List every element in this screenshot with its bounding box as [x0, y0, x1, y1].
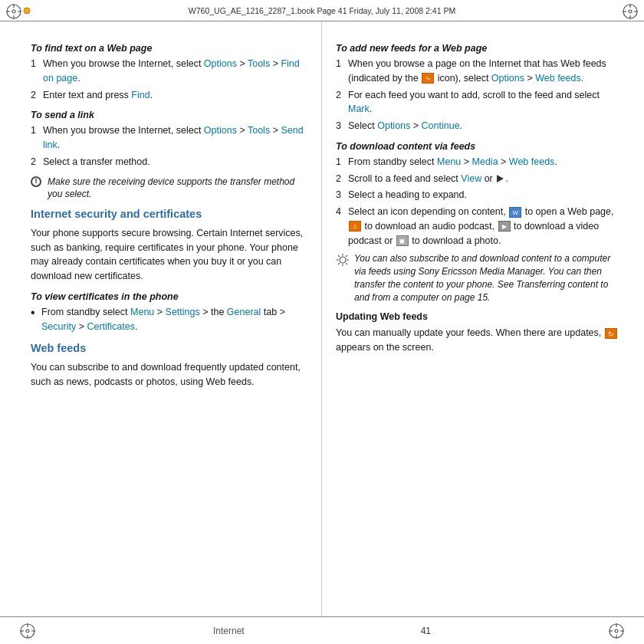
play-icon: [497, 175, 504, 182]
updating-feeds-heading: Updating Web feeds: [336, 311, 621, 322]
svg-line-19: [346, 263, 347, 264]
main-content: To find text on a Web page 1 When you br…: [0, 21, 644, 616]
note-text: Make sure the receiving device supports …: [48, 176, 307, 202]
item-text: Enter text and press Find.: [43, 88, 307, 103]
svg-point-23: [26, 629, 29, 632]
item-text: For each feed you want to add, scroll to…: [348, 88, 621, 117]
crosshair-bl-icon: [18, 622, 37, 640]
crosshair-br-icon: [607, 622, 626, 640]
send-link-list: 1 When you browse the Internet, select O…: [31, 123, 307, 169]
note-circle: !: [31, 176, 41, 187]
add-feeds-heading: To add new feeds for a Web page: [336, 43, 621, 54]
item-num: 2: [336, 172, 348, 186]
general-link: General: [227, 307, 261, 317]
add-feeds-item-1: 1 When you browse a page on the Internet…: [336, 57, 621, 86]
security-body: Your phone supports secure browsing. Cer…: [31, 226, 307, 284]
item-text: Select a transfer method.: [43, 155, 307, 169]
mark-link: Mark: [348, 104, 370, 114]
download-feeds-item-3: 3 Select a heading to expand.: [336, 188, 621, 202]
security-heading: Internet security and certificates: [31, 207, 307, 222]
options-link: Options: [204, 125, 237, 136]
tools-link: Tools: [248, 58, 270, 69]
web-feeds-heading: Web feeds: [31, 341, 307, 356]
find-text-item-2: 2 Enter text and press Find.: [31, 88, 307, 103]
download-feeds-item-2: 2 Scroll to a feed and select View or .: [336, 172, 621, 186]
footer-label: Internet: [213, 626, 245, 636]
crosshair-tl-icon: [5, 2, 23, 21]
find-text-item-1: 1 When you browse the Internet, select O…: [31, 57, 307, 86]
find-link: Find: [131, 90, 150, 100]
svg-point-13: [340, 257, 346, 263]
send-link-item-2: 2 Select a transfer method.: [31, 155, 307, 169]
item-text: When you browse the Internet, select Opt…: [43, 123, 307, 153]
updating-feeds-body: You can manually update your feeds. When…: [336, 326, 621, 355]
view-certs-text: From standby select Menu > Settings > th…: [41, 305, 307, 334]
item-num: 4: [336, 205, 348, 248]
right-column: To add new feeds for a Web page 1 When y…: [322, 21, 644, 616]
options-link: Options: [204, 58, 237, 69]
download-feeds-heading: To download content via feeds: [336, 141, 621, 152]
item-text: Select an icon depending on content, W t…: [348, 205, 621, 248]
update-icon: ↻: [605, 328, 617, 339]
item-text: When you browse a page on the Internet t…: [348, 57, 621, 86]
tip-box: You can also subscribe to and download c…: [336, 252, 621, 304]
audio-podcast-icon: ♫: [349, 221, 361, 232]
download-feeds-list: 1 From standby select Menu > Media > Web…: [336, 155, 621, 248]
sun-tip-icon: [336, 253, 350, 267]
view-certs-bullet: • From standby select Menu > Settings > …: [31, 305, 307, 334]
send-link-heading: To send a link: [31, 110, 307, 120]
svg-point-1: [12, 10, 15, 13]
view-certs-heading: To view certificates in the phone: [31, 291, 307, 302]
web-feeds-link2: Web feeds: [509, 156, 555, 167]
header-title: W760_UG_AE_1216_2287_1.book Page 41 Frid…: [9, 6, 635, 15]
rss-icon: ∿: [422, 73, 434, 84]
item-num: 1: [31, 57, 43, 86]
footer-bar: Internet 41: [0, 616, 644, 644]
bullet-dot: •: [31, 305, 41, 320]
svg-point-29: [615, 629, 618, 632]
item-text: Select Options > Continue.: [348, 119, 621, 133]
corner-dot-tl: [23, 7, 31, 15]
find-text-list: 1 When you browse the Internet, select O…: [31, 57, 307, 102]
download-feeds-item-1: 1 From standby select Menu > Media > Web…: [336, 155, 621, 169]
footer-page-num: 41: [421, 626, 431, 636]
crosshair-tr-icon: [621, 2, 639, 21]
video-podcast-icon: ▶: [498, 221, 511, 232]
svg-line-18: [338, 255, 340, 257]
svg-line-20: [346, 255, 347, 257]
item-num: 3: [336, 188, 348, 202]
menu-link: Menu: [437, 156, 461, 167]
options-link: Options: [377, 120, 410, 131]
security-link: Security: [41, 321, 76, 332]
note-icon: !: [31, 176, 44, 187]
item-num: 1: [336, 155, 348, 169]
view-link: View: [461, 173, 481, 184]
add-feeds-item-3: 3 Select Options > Continue.: [336, 119, 621, 133]
certificates-link: Certificates: [87, 321, 135, 332]
find-text-heading: To find text on a Web page: [31, 43, 307, 54]
web-feeds-body: You can subscribe to and download freque…: [31, 360, 307, 389]
settings-link: Settings: [166, 307, 200, 317]
note-box: ! Make sure the receiving device support…: [31, 176, 307, 202]
svg-line-21: [338, 263, 340, 264]
page: W760_UG_AE_1216_2287_1.book Page 41 Frid…: [0, 0, 644, 644]
tools-link: Tools: [248, 125, 270, 136]
item-text: Scroll to a feed and select View or .: [348, 172, 621, 186]
web-feeds-link: Web feeds: [535, 73, 581, 84]
item-num: 2: [336, 88, 348, 117]
options-link: Options: [491, 73, 524, 84]
tip-icon: [336, 253, 351, 271]
photo-icon: ◼: [396, 235, 409, 246]
item-num: 2: [31, 155, 43, 169]
add-feeds-list: 1 When you browse a page on the Internet…: [336, 57, 621, 133]
svg-point-8: [629, 10, 632, 13]
menu-link: Menu: [130, 307, 154, 317]
item-text: From standby select Menu > Media > Web f…: [348, 155, 621, 169]
item-num: 2: [31, 88, 43, 103]
download-feeds-item-4: 4 Select an icon depending on content, W…: [336, 205, 621, 248]
send-link-item-1: 1 When you browse the Internet, select O…: [31, 123, 307, 153]
item-text: Select a heading to expand.: [348, 188, 621, 202]
item-text: When you browse the Internet, select Opt…: [43, 57, 307, 86]
web-page-icon: W: [509, 207, 521, 218]
header-bar: W760_UG_AE_1216_2287_1.book Page 41 Frid…: [0, 0, 644, 21]
